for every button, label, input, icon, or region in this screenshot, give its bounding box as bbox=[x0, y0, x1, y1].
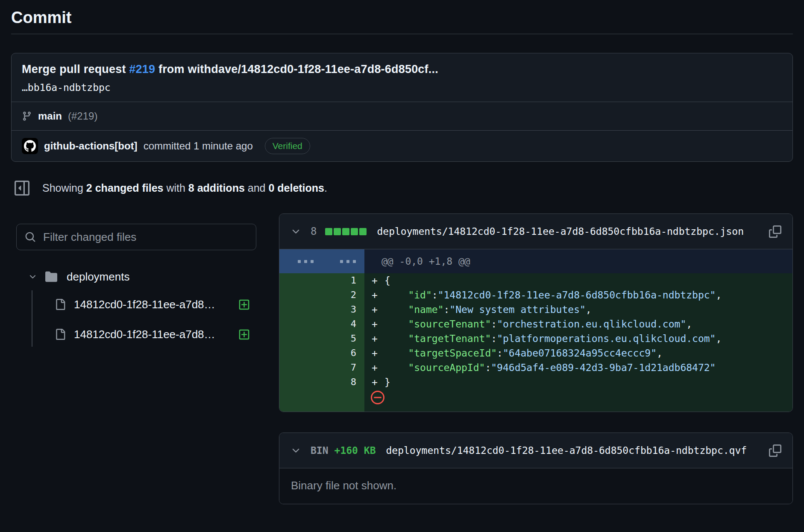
chevron-down-icon bbox=[28, 272, 37, 281]
diff-lines: 1+{2+ "id":"14812cd0-1f28-11ee-a7d8-6d85… bbox=[279, 273, 792, 389]
old-line-number bbox=[279, 360, 322, 375]
github-logo-icon bbox=[24, 140, 36, 152]
new-line-number[interactable]: 5 bbox=[322, 331, 364, 346]
diff-added-icon bbox=[238, 329, 250, 340]
new-line-number[interactable]: 3 bbox=[322, 302, 364, 317]
diffstat-block bbox=[351, 228, 358, 235]
tree-file-row[interactable]: 14812cd0-1f28-11ee-a7d8… bbox=[16, 289, 256, 319]
commit-message-section: Merge pull request #219 from withdave/14… bbox=[12, 53, 792, 102]
diff-added-icon bbox=[238, 299, 250, 310]
code-line-content: + "sourceTenant":"orchestration.eu.qlikc… bbox=[364, 317, 792, 331]
diff-table: @@ -0,0 +1,8 @@ 1+{2+ "id":"14812cd0-1f2… bbox=[279, 249, 792, 412]
collapse-sidebar-button[interactable] bbox=[15, 181, 29, 196]
code-text: "targetTenant":"platformoperations.eu.ql… bbox=[384, 331, 722, 346]
chevron-down-icon[interactable] bbox=[290, 445, 301, 456]
hunk-expand-gutter[interactable] bbox=[279, 249, 364, 273]
binary-file-header: BIN +160 KB deployments/14812cd0-1f28-11… bbox=[279, 433, 792, 468]
bin-label: BIN bbox=[311, 445, 329, 456]
avatar[interactable] bbox=[22, 138, 38, 154]
new-line-number[interactable]: 4 bbox=[322, 317, 364, 331]
diff-code-row: 2+ "id":"14812cd0-1f28-11ee-a7d8-6d850cf… bbox=[279, 288, 792, 302]
tree-children: 14812cd0-1f28-11ee-a7d8…14812cd0-1f28-11… bbox=[16, 289, 256, 349]
no-newline-row bbox=[279, 389, 792, 412]
file-icon bbox=[55, 328, 66, 340]
pr-number-link[interactable]: #219 bbox=[129, 63, 155, 76]
file-tree-sidebar: deployments 14812cd0-1f28-11ee-a7d8…1481… bbox=[16, 224, 256, 349]
code-text: "targetSpaceId":"64abe07168324a95cc4eccc… bbox=[384, 346, 663, 360]
git-branch-icon bbox=[22, 111, 32, 121]
summary-bold-part: 0 deletions bbox=[268, 182, 324, 194]
file-tree: deployments 14812cd0-1f28-11ee-a7d8…1481… bbox=[16, 266, 256, 349]
tree-file-row[interactable]: 14812cd0-1f28-11ee-a7d8… bbox=[16, 319, 256, 349]
file-label: 14812cd0-1f28-11ee-a7d8… bbox=[74, 298, 238, 311]
new-line-number[interactable]: 7 bbox=[322, 360, 364, 375]
code-line-content: + "targetSpaceId":"64abe07168324a95cc4ec… bbox=[364, 346, 792, 360]
content-columns: deployments 14812cd0-1f28-11ee-a7d8…1481… bbox=[11, 213, 793, 504]
diffstat-block bbox=[342, 228, 349, 235]
author-name[interactable]: github-actions[bot] bbox=[44, 140, 138, 152]
new-line-number[interactable]: 1 bbox=[322, 273, 364, 288]
code-line-content: +{ bbox=[364, 273, 792, 288]
commit-title-prefix: Merge pull request bbox=[22, 63, 129, 76]
commit-message-line2: …bb16a-ndbtzbpc bbox=[22, 82, 782, 93]
addition-marker: + bbox=[364, 331, 384, 346]
branch-pr-ref: (#219) bbox=[68, 110, 97, 122]
branch-row: main (#219) bbox=[12, 102, 792, 130]
sidebar-collapse-icon bbox=[15, 181, 29, 196]
summary-part: Showing bbox=[42, 182, 86, 194]
binary-filename[interactable]: deployments/14812cd0-1f28-11ee-a7d8-6d85… bbox=[386, 445, 747, 456]
line-number-gutter: 7 bbox=[279, 360, 364, 375]
old-line-number bbox=[279, 331, 322, 346]
page-title: Commit bbox=[11, 0, 793, 27]
code-line-content: + "sourceAppId":"946d5af4-e089-42d3-9ba7… bbox=[364, 360, 792, 375]
summary-part: and bbox=[245, 182, 269, 194]
old-line-number bbox=[279, 375, 322, 389]
summary-part: . bbox=[324, 182, 327, 194]
new-line-number[interactable]: 6 bbox=[322, 346, 364, 360]
line-number-gutter: 8 bbox=[279, 375, 364, 389]
addition-marker: + bbox=[364, 360, 384, 375]
verified-badge[interactable]: Verified bbox=[265, 138, 310, 154]
code-text: "sourceAppId":"946d5af4-e089-42d3-9ba7-1… bbox=[384, 360, 716, 375]
old-line-number bbox=[279, 346, 322, 360]
chevron-down-icon[interactable] bbox=[290, 226, 301, 237]
code-text: "id":"14812cd0-1f28-11ee-a7d8-6d850cfbb1… bbox=[384, 288, 722, 302]
folder-icon bbox=[45, 271, 57, 283]
diffstat-block bbox=[334, 228, 341, 235]
changed-files-summary-row: Showing 2 changed files with 8 additions… bbox=[15, 181, 793, 196]
code-line-content: +} bbox=[364, 375, 792, 389]
committed-time-text: committed 1 minute ago bbox=[144, 140, 253, 152]
hunk-row: @@ -0,0 +1,8 @@ bbox=[279, 249, 792, 273]
line-number-gutter: 4 bbox=[279, 317, 364, 331]
tree-folder-deployments[interactable]: deployments bbox=[16, 266, 256, 287]
file-label: 14812cd0-1f28-11ee-a7d8… bbox=[74, 328, 238, 341]
old-line-number bbox=[279, 288, 322, 302]
author-row: github-actions[bot] committed 1 minute a… bbox=[12, 130, 792, 161]
diff-code-row: 4+ "sourceTenant":"orchestration.eu.qlik… bbox=[279, 317, 792, 331]
copy-path-button[interactable] bbox=[769, 225, 781, 238]
diff-file-header: 8 deployments/14812cd0-1f28-11ee-a7d8-6d… bbox=[279, 214, 792, 249]
code-line-content: + "targetTenant":"platformoperations.eu.… bbox=[364, 331, 792, 346]
file-icon bbox=[55, 298, 66, 310]
filter-changed-files-input[interactable] bbox=[42, 230, 248, 244]
commit-title: Merge pull request #219 from withdave/14… bbox=[22, 63, 782, 76]
diffstat-blocks bbox=[325, 228, 367, 235]
line-number-gutter: 6 bbox=[279, 346, 364, 360]
summary-bold-part: 2 changed files bbox=[86, 182, 164, 194]
line-number-gutter: 5 bbox=[279, 331, 364, 346]
copy-path-button[interactable] bbox=[769, 444, 781, 457]
no-newline-content bbox=[364, 389, 792, 412]
code-text: "name":"New system attributes", bbox=[384, 302, 592, 317]
diff-panel-binary: BIN +160 KB deployments/14812cd0-1f28-11… bbox=[279, 433, 793, 504]
folder-label: deployments bbox=[67, 270, 129, 284]
summary-part: with bbox=[163, 182, 188, 194]
diff-code-row: 8+} bbox=[279, 375, 792, 389]
diff-filename[interactable]: deployments/14812cd0-1f28-11ee-a7d8-6d85… bbox=[377, 226, 744, 237]
addition-marker: + bbox=[364, 346, 384, 360]
new-line-number[interactable]: 2 bbox=[322, 288, 364, 302]
new-line-number[interactable]: 8 bbox=[322, 375, 364, 389]
no-newline-gutter bbox=[279, 389, 364, 412]
line-number-gutter: 1 bbox=[279, 273, 364, 288]
summary-bold-part: 8 additions bbox=[188, 182, 245, 194]
branch-name: main bbox=[38, 110, 62, 122]
